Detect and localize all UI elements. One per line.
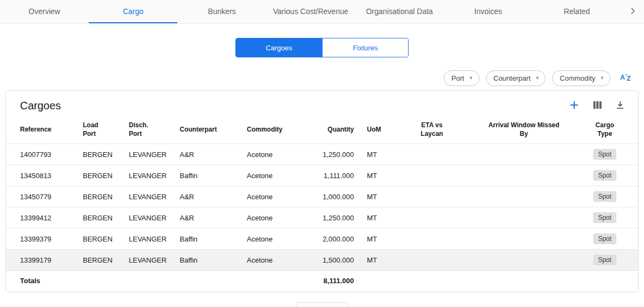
- totals-label: Totals: [6, 271, 76, 292]
- table-row[interactable]: 13450813BERGENLEVANGERBaffinAcetone1,111…: [6, 165, 638, 186]
- column-header: Commodity: [240, 117, 305, 144]
- table-cell: [394, 250, 470, 271]
- table-cell: [394, 228, 470, 250]
- card-title: Cargoes: [20, 100, 61, 112]
- table-cell: Spot: [578, 186, 638, 207]
- table-cell: Spot: [578, 144, 638, 165]
- table-cell: [470, 144, 578, 165]
- table-cell: [470, 207, 578, 228]
- port-filter-dropdown[interactable]: Port ▼: [444, 70, 479, 86]
- table-cell: BERGEN: [76, 144, 122, 165]
- table-cell: Baffin: [173, 228, 240, 250]
- table-cell: LEVANGER: [122, 186, 173, 207]
- table-row[interactable]: 13399179BERGENLEVANGERBaffinAcetone1,500…: [6, 250, 638, 271]
- table-cell: Acetone: [240, 228, 305, 250]
- table-cell: [470, 186, 578, 207]
- table-cell: BERGEN: [76, 228, 122, 250]
- load-more-button[interactable]: Load more: [297, 302, 347, 307]
- plus-icon: [569, 100, 580, 112]
- toggle-fixtures-button[interactable]: Fixtures: [322, 38, 408, 57]
- table-cell: 2,000.000: [305, 228, 360, 250]
- table-cell: MT: [360, 186, 394, 207]
- table-cell: [394, 186, 470, 207]
- cargo-type-badge: Spot: [593, 149, 616, 160]
- table-cell: 1,500.000: [305, 250, 360, 271]
- table-cell: LEVANGER: [122, 228, 173, 250]
- table-cell: Acetone: [240, 186, 305, 207]
- table-cell: Acetone: [240, 144, 305, 165]
- cargo-type-badge: Spot: [593, 191, 616, 202]
- table-cell: MT: [360, 228, 394, 250]
- table-cell: 1,000.000: [305, 186, 360, 207]
- table-cell: Spot: [578, 207, 638, 228]
- table-cell: [470, 228, 578, 250]
- toggle-cargoes-button[interactable]: Cargoes: [236, 38, 322, 57]
- sort-alphabetically-button[interactable]: A Z: [620, 73, 632, 84]
- column-settings-button[interactable]: [593, 100, 602, 112]
- counterpart-filter-dropdown[interactable]: Counterpart ▼: [486, 70, 546, 86]
- table-cell: Baffin: [173, 165, 240, 186]
- table-cell: 14007793: [6, 144, 76, 165]
- tab-invoices[interactable]: Invoices: [444, 0, 533, 23]
- cargo-type-badge: Spot: [593, 212, 616, 223]
- filters-row: Port ▼ Counterpart ▼ Commodity ▼ A Z: [0, 70, 644, 86]
- table-row[interactable]: 14007793BERGENLEVANGERA&RAcetone1,250.00…: [6, 144, 638, 165]
- table-cell: 1,250.000: [305, 207, 360, 228]
- table-cell: Acetone: [240, 165, 305, 186]
- table-cell: 13399379: [6, 228, 76, 250]
- column-header: Arrival Window Missed By: [470, 117, 578, 144]
- cargo-type-badge: Spot: [593, 233, 616, 244]
- table-cell: Spot: [578, 250, 638, 271]
- column-header: Quantity: [305, 117, 360, 144]
- table-cell: LEVANGER: [122, 207, 173, 228]
- table-cell: LEVANGER: [122, 165, 173, 186]
- nav-scroll-right-button[interactable]: [621, 0, 644, 23]
- table-row[interactable]: 13399412BERGENLEVANGERA&RAcetone1,250.00…: [6, 207, 638, 228]
- tab-related[interactable]: Related: [533, 0, 621, 23]
- tab-cargo[interactable]: Cargo: [89, 0, 178, 23]
- table-cell: BERGEN: [76, 186, 122, 207]
- port-filter-label: Port: [451, 74, 464, 82]
- commodity-filter-dropdown[interactable]: Commodity ▼: [552, 70, 610, 86]
- chevron-down-icon: ▼: [469, 76, 474, 81]
- cargo-type-badge: Spot: [593, 170, 616, 181]
- svg-text:Z: Z: [627, 75, 630, 82]
- table-cell: LEVANGER: [122, 250, 173, 271]
- counterpart-filter-label: Counterpart: [494, 74, 531, 82]
- view-toggle: Cargoes Fixtures: [0, 38, 644, 57]
- load-more-container: Load more: [0, 302, 644, 307]
- table-cell: 13450779: [6, 186, 76, 207]
- column-header: ETA vs Laycan: [394, 117, 470, 144]
- table-cell: LEVANGER: [122, 144, 173, 165]
- table-cell: MT: [360, 207, 394, 228]
- cargo-type-badge: Spot: [593, 254, 616, 265]
- top-navigation: Overview Cargo Bunkers Various Cost/Reve…: [0, 0, 644, 24]
- table-cell: [470, 165, 578, 186]
- table-cell: [470, 250, 578, 271]
- column-header: UoM: [360, 117, 394, 144]
- view-toggle-group: Cargoes Fixtures: [235, 38, 409, 57]
- tab-organisational-data[interactable]: Organisational Data: [355, 0, 444, 23]
- table-cell: Spot: [578, 228, 638, 250]
- card-actions: [569, 100, 625, 112]
- svg-text:A: A: [620, 74, 625, 81]
- table-cell: A&R: [173, 207, 240, 228]
- sort-alpha-icon: A Z: [620, 73, 632, 84]
- chevron-down-icon: ▼: [535, 76, 540, 81]
- table-cell: [394, 144, 470, 165]
- table-cell: Baffin: [173, 250, 240, 271]
- tab-various-cost-revenue[interactable]: Various Cost/Revenue: [266, 0, 355, 23]
- table-row[interactable]: 13399379BERGENLEVANGERBaffinAcetone2,000…: [6, 228, 638, 250]
- tab-bunkers[interactable]: Bunkers: [178, 0, 266, 23]
- cargoes-table: ReferenceLoad PortDisch. PortCounterpart…: [6, 117, 638, 292]
- table-row[interactable]: 13450779BERGENLEVANGERA&RAcetone1,000.00…: [6, 186, 638, 207]
- tab-overview[interactable]: Overview: [0, 0, 89, 23]
- table-cell: Acetone: [240, 207, 305, 228]
- table-cell: [394, 207, 470, 228]
- card-header: Cargoes: [6, 91, 638, 117]
- table-cell: 1,111.000: [305, 165, 360, 186]
- add-cargo-button[interactable]: [569, 100, 580, 112]
- column-header: Disch. Port: [122, 117, 173, 144]
- totals-quantity: 8,111.000: [305, 271, 360, 292]
- download-button[interactable]: [615, 100, 625, 112]
